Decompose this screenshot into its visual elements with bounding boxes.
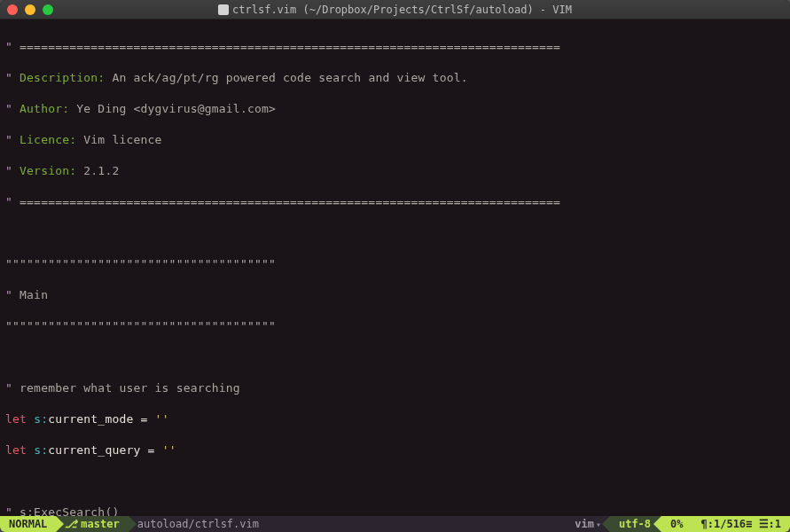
section-rule-2: """""""""""""""""""""""""""""""""""""" [5,319,276,332]
scope-s: s: [34,443,48,457]
comment-remember: remember what user is searching [20,381,240,395]
branch-icon: ⎇ [65,518,77,530]
header-rule: ========================================… [20,40,560,53]
eq: = [141,443,162,457]
scope-s: s: [34,412,48,426]
minimize-icon[interactable] [25,4,35,15]
version-key: Version: [20,164,76,177]
let-kw: let [5,412,27,426]
title-text: ctrlsf.vim (~/Dropbox/Projects/CtrlSf/au… [232,4,572,16]
status-position: ¶:1/516≡ ☰:1 [692,516,790,532]
status-branch: ⎇master [56,516,128,532]
terminal-window: ctrlsf.vim (~/Dropbox/Projects/CtrlSf/au… [0,0,790,532]
editor-area[interactable]: " ======================================… [0,20,790,516]
status-percent: 0% [661,516,692,532]
titlebar[interactable]: ctrlsf.vim (~/Dropbox/Projects/CtrlSf/au… [0,0,790,20]
version-val: 2.1.2 [76,164,119,177]
licence-key: Licence: [20,133,76,146]
document-icon [218,4,229,15]
statusbar: NORMAL ⎇master autoload/ctrlsf.vim vim ▾… [0,516,790,532]
licence-val: Vim licence [76,133,161,146]
str-empty: '' [155,412,169,426]
str-empty: '' [162,443,176,457]
section-rule: """""""""""""""""""""""""""""""""""""" [5,257,276,270]
window-title: ctrlsf.vim (~/Dropbox/Projects/CtrlSf/au… [0,4,790,16]
section-title: Main [20,288,48,301]
traffic-lights [7,4,53,15]
header-rule-2: ========================================… [20,195,560,208]
let-kw: let [5,443,27,457]
vim-icon: ▾ [596,520,601,529]
var-query: current_query [48,443,140,457]
eq: = [134,412,155,426]
var-mode: current_mode [48,412,133,426]
desc-key: Description: [20,71,105,84]
author-key: Author: [20,102,69,115]
comment-exec: s:ExecSearch() [20,505,119,517]
status-file: autoload/ctrlsf.vim [129,516,567,532]
status-mode: NORMAL [0,516,56,532]
author-val: Ye Ding <dygvirus@gmail.com> [69,102,276,115]
maximize-icon[interactable] [43,4,53,15]
desc-val: An ack/ag/pt/rg powered code search and … [105,71,467,84]
close-icon[interactable] [7,4,18,15]
